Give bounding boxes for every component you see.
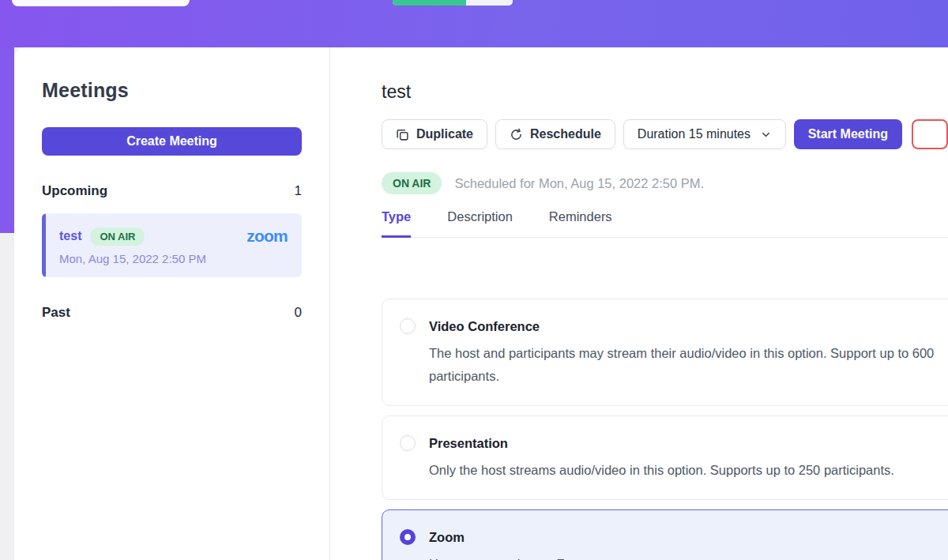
top-header-bar [0, 0, 948, 47]
radio-checked-icon[interactable] [400, 529, 416, 545]
meeting-toolbar: Duplicate Reschedule Duration 15 minutes [382, 119, 948, 149]
delete-meeting-button[interactable] [912, 119, 948, 149]
sidebar-title: Meetings [42, 79, 302, 102]
left-accent-strip [0, 47, 14, 233]
zoom-logo: zoom [246, 227, 288, 246]
option-title: Video Conference [429, 317, 948, 336]
radio-unchecked-icon[interactable] [400, 318, 416, 334]
scheduled-text: Scheduled for Mon, Aug 15, 2022 2:50 PM. [454, 176, 704, 191]
status-row: ON AIR Scheduled for Mon, Aug 15, 2022 2… [382, 172, 948, 194]
meeting-item-accent-bar [42, 213, 46, 277]
meeting-type-options: Video Conference The host and participan… [382, 299, 948, 560]
option-description: The host and participants may stream the… [429, 342, 948, 388]
progress-bar-fill [393, 0, 466, 6]
type-option-presentation[interactable]: Presentation Only the host streams audio… [382, 415, 948, 500]
option-description: Only the host streams audio/video in thi… [429, 459, 894, 482]
duration-value: Duration 15 minutes [638, 127, 750, 141]
meeting-list-item[interactable]: test ON AIR zoom Mon, Aug 15, 2022 2:50 … [42, 213, 302, 277]
past-section-header: Past 0 [42, 305, 302, 321]
tab-description[interactable]: Description [447, 209, 513, 237]
upcoming-label: Upcoming [42, 183, 107, 199]
meetings-sidebar: Meetings Create Meeting Upcoming 1 test … [14, 47, 330, 560]
reschedule-icon [510, 128, 523, 141]
topbar-card-fragment [12, 0, 190, 6]
meeting-detail-pane: test Duplicate Reschedul [330, 47, 948, 560]
tab-reminders[interactable]: Reminders [549, 209, 612, 237]
past-label: Past [42, 305, 70, 321]
reschedule-button[interactable]: Reschedule [495, 119, 615, 149]
type-option-video-conference[interactable]: Video Conference The host and participan… [382, 299, 948, 406]
duration-select[interactable]: Duration 15 minutes [623, 119, 786, 149]
chevron-down-icon [760, 129, 772, 141]
duplicate-label: Duplicate [416, 127, 473, 141]
create-meeting-button[interactable]: Create Meeting [42, 127, 302, 156]
upcoming-section-header: Upcoming 1 [42, 183, 302, 199]
tab-type[interactable]: Type [382, 209, 411, 238]
detail-tabs: Type Description Reminders [382, 209, 948, 238]
on-air-badge: ON AIR [382, 172, 442, 194]
content-panel: Meetings Create Meeting Upcoming 1 test … [14, 47, 948, 560]
reschedule-label: Reschedule [530, 127, 601, 141]
progress-bar-fragment [393, 0, 513, 6]
option-title: Zoom [429, 528, 590, 547]
meeting-title: test [382, 81, 948, 103]
meeting-item-name: test [59, 229, 81, 243]
on-air-badge: ON AIR [90, 227, 145, 246]
upcoming-count: 1 [295, 183, 302, 199]
copy-icon [396, 128, 409, 141]
past-count: 0 [295, 305, 302, 321]
meeting-item-datetime: Mon, Aug 15, 2022 2:50 PM [59, 252, 288, 265]
option-title: Presentation [429, 434, 894, 453]
option-description: Host your meeting on Zoom [429, 553, 590, 560]
type-option-zoom[interactable]: Zoom Host your meeting on Zoom [382, 509, 948, 560]
duplicate-button[interactable]: Duplicate [382, 119, 487, 149]
start-meeting-button[interactable]: Start Meeting [794, 119, 902, 149]
radio-unchecked-icon[interactable] [400, 435, 416, 451]
